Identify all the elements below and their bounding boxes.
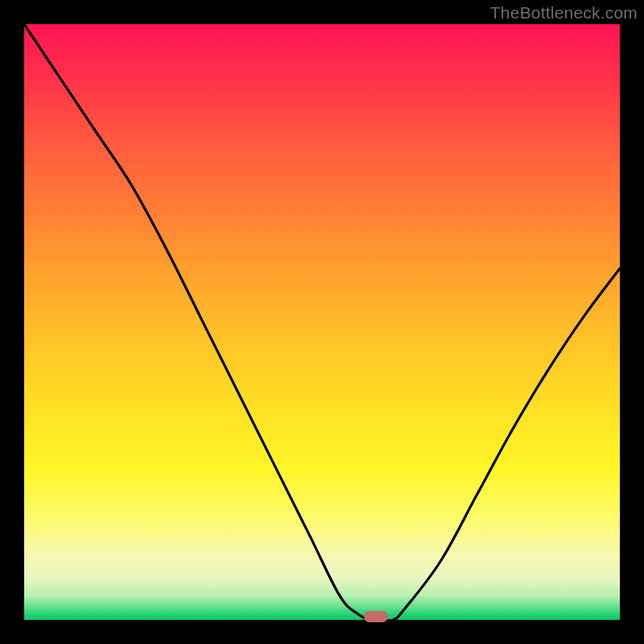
watermark-text: TheBottleneck.com <box>490 3 638 23</box>
optimum-marker <box>364 611 388 622</box>
bottleneck-curve-path <box>24 24 620 620</box>
plot-area <box>24 24 620 620</box>
bottleneck-curve <box>24 24 620 620</box>
chart-frame: TheBottleneck.com <box>0 0 644 644</box>
